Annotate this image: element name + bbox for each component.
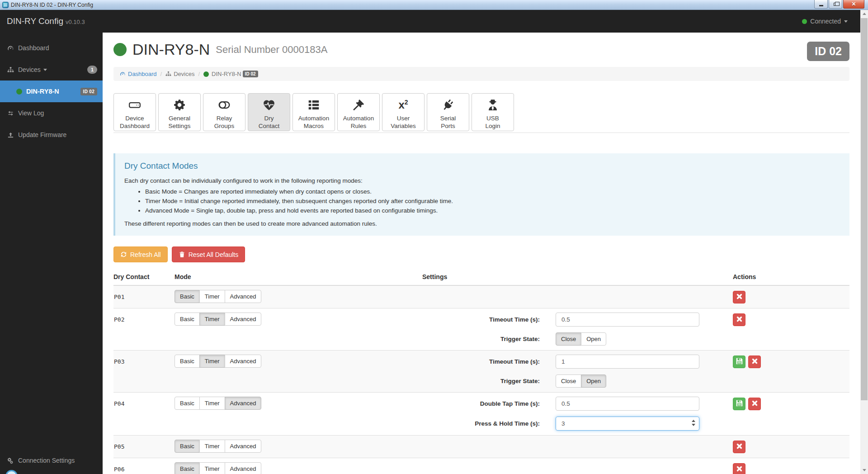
- mode-timer-button[interactable]: Timer: [199, 355, 225, 368]
- sidebar-item-devices[interactable]: Devices 1: [0, 59, 103, 81]
- sidebar-item-din-ry8-n[interactable]: DIN-RY8-N ID 02: [0, 81, 103, 102]
- mode-basic-button[interactable]: Basic: [175, 355, 200, 368]
- timeout-time-input[interactable]: [556, 355, 699, 369]
- scroll-down-arrow[interactable]: [860, 466, 868, 474]
- delete-button[interactable]: [748, 356, 761, 368]
- timeout-time-input[interactable]: [556, 313, 699, 327]
- sidebar-item-view-log[interactable]: View Log: [0, 102, 103, 124]
- trigger-state-open-button[interactable]: Open: [581, 374, 606, 388]
- sidebar-item-update-firmware[interactable]: Update Firmware: [0, 124, 103, 146]
- trigger-state-open-button[interactable]: Open: [581, 332, 606, 346]
- tab-automation-macros[interactable]: AutomationMacros: [292, 93, 335, 131]
- delete-x-icon: [735, 442, 744, 452]
- serial-number-label: Serial Number 0000183A: [216, 44, 327, 56]
- tab-serial-ports[interactable]: SerialPorts: [427, 93, 469, 131]
- scrollbar[interactable]: [860, 10, 868, 474]
- mode-advanced-button[interactable]: Advanced: [225, 290, 262, 303]
- delete-x-icon: [750, 399, 759, 409]
- help-bubble[interactable]: [5, 470, 18, 474]
- delete-button[interactable]: [733, 463, 745, 474]
- press-hold-time-input[interactable]: [556, 417, 699, 431]
- mode-advanced-button[interactable]: Advanced: [225, 355, 262, 368]
- app-version: v0.10.3: [66, 19, 85, 25]
- mode-timer-button[interactable]: Timer: [199, 462, 225, 474]
- sidebar-item-label: DIN-RY8-N: [26, 88, 59, 95]
- chevron-down-icon: [43, 69, 47, 71]
- mode-advanced-button[interactable]: Advanced: [225, 440, 262, 453]
- info-bullet: Timer Mode = Initial change reported imm…: [145, 198, 840, 204]
- scrollbar-thumb[interactable]: [861, 18, 868, 400]
- dry-contact-name: P01: [113, 290, 175, 303]
- mode-timer-button[interactable]: Timer: [199, 313, 225, 326]
- save-button[interactable]: [733, 398, 745, 410]
- tab-device-dashboard[interactable]: DeviceDashboard: [113, 93, 156, 131]
- mode-advanced-button[interactable]: Advanced: [225, 462, 262, 474]
- dry-contact-name: P05: [113, 440, 175, 453]
- window-title: DIN-RY8-N ID 02 - DIN-RY Config: [11, 2, 93, 8]
- toolbar: Refresh All Reset All Defaults: [113, 246, 849, 262]
- floppy-icon: [735, 357, 744, 367]
- breadcrumb-link-dashboard[interactable]: Dashboard: [120, 71, 157, 77]
- mode-basic-button[interactable]: Basic: [175, 440, 200, 453]
- tab-label: UserVariables: [391, 114, 415, 130]
- trigger-state-close-button[interactable]: Close: [556, 374, 581, 388]
- minimize-button[interactable]: [814, 0, 828, 9]
- sidebar-footer: Connection Settings: [0, 453, 103, 468]
- app-window-icon: [2, 2, 9, 8]
- tab-label: SerialPorts: [440, 114, 456, 130]
- delete-button[interactable]: [733, 441, 745, 453]
- refresh-all-button[interactable]: Refresh All: [113, 246, 168, 262]
- tab-label: GeneralSettings: [169, 114, 191, 130]
- sidebar-id-badge: ID 02: [80, 88, 97, 95]
- double-tap-time-input[interactable]: [556, 397, 699, 411]
- number-spinner[interactable]: [692, 420, 695, 426]
- tab-usb-login[interactable]: USBLogin: [472, 93, 514, 131]
- sidebar-item-dashboard[interactable]: Dashboard: [0, 37, 103, 59]
- tab-general-settings[interactable]: GeneralSettings: [158, 93, 201, 131]
- mode-advanced-button[interactable]: Advanced: [225, 397, 262, 410]
- mode-toggle-group: BasicTimerAdvanced: [175, 397, 261, 410]
- tab-automation-rules[interactable]: AutomationRules: [337, 93, 380, 131]
- delete-button[interactable]: [733, 291, 745, 303]
- usersecret-icon: [486, 97, 500, 113]
- breadcrumb: Dashboard/Devices/DIN-RY8-NID 02: [113, 67, 849, 81]
- mode-timer-button[interactable]: Timer: [199, 397, 225, 410]
- mode-timer-button[interactable]: Timer: [199, 290, 225, 303]
- tab-user-variables[interactable]: x2 UserVariables: [382, 93, 425, 131]
- table-row-p05: P05 BasicTimerAdvanced: [113, 436, 849, 458]
- row-actions: [733, 290, 849, 303]
- mode-basic-button[interactable]: Basic: [175, 290, 200, 303]
- plug-icon: [441, 97, 455, 113]
- thlist-icon: [307, 97, 321, 113]
- trigger-state-close-button[interactable]: Close: [556, 332, 581, 346]
- gear-icon: [173, 97, 186, 113]
- breadcrumb-id-badge: ID 02: [243, 71, 258, 77]
- mode-advanced-button[interactable]: Advanced: [225, 313, 262, 326]
- delete-x-icon: [735, 465, 744, 474]
- close-button[interactable]: ✕: [843, 0, 864, 9]
- table-row-p04: P04 BasicTimerAdvanced Double Tap Time (…: [113, 393, 849, 436]
- trash-icon: [179, 251, 185, 258]
- mode-basic-button[interactable]: Basic: [175, 313, 200, 326]
- hdd-icon: [128, 97, 142, 113]
- mode-basic-button[interactable]: Basic: [175, 462, 200, 474]
- info-panel-title: Dry Contact Modes: [124, 161, 840, 171]
- floppy-icon: [735, 399, 744, 409]
- tab-bar: DeviceDashboard GeneralSettings RelayGro…: [113, 93, 849, 133]
- tab-dry-contact[interactable]: DryContact: [248, 93, 290, 131]
- mode-timer-button[interactable]: Timer: [199, 440, 225, 453]
- delete-button[interactable]: [748, 398, 761, 410]
- column-header-actions: Actions: [733, 273, 849, 280]
- reset-all-defaults-button[interactable]: Reset All Defaults: [172, 246, 245, 262]
- scroll-up-arrow[interactable]: [860, 10, 868, 18]
- restore-button[interactable]: [829, 0, 842, 9]
- delete-button[interactable]: [733, 313, 745, 326]
- save-button[interactable]: [733, 356, 745, 368]
- info-bullet: Advanced Mode = Single tap, double tap, …: [145, 207, 840, 214]
- tab-label: USBLogin: [485, 114, 500, 130]
- connection-status-dropdown[interactable]: Connected: [802, 18, 860, 25]
- tab-relay-groups[interactable]: RelayGroups: [203, 93, 245, 131]
- table-row-p02: P02 BasicTimerAdvanced Timeout Time (s):…: [113, 308, 849, 351]
- mode-basic-button[interactable]: Basic: [175, 397, 200, 410]
- sidebar-item-connection-settings[interactable]: Connection Settings: [0, 453, 103, 468]
